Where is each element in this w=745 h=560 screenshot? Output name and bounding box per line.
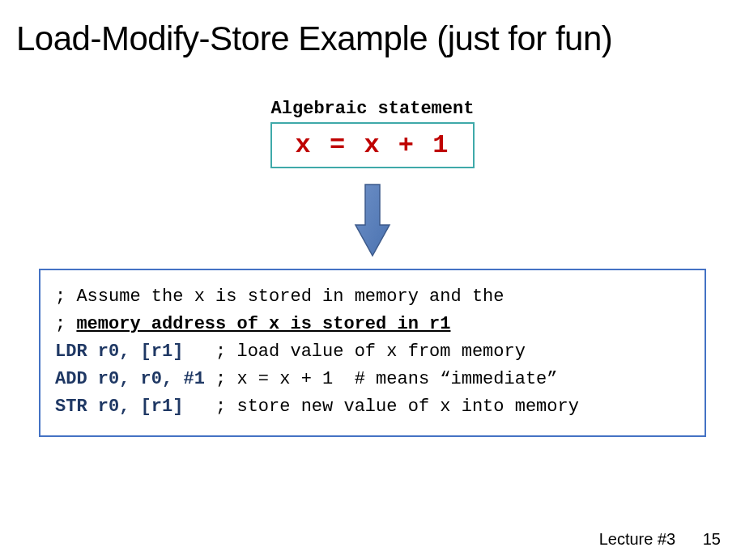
- arrow-down-icon: [0, 183, 745, 257]
- assembly-code-box: ; Assume the x is stored in memory and t…: [39, 269, 706, 437]
- instr-ldr: LDR r0, [r1]: [55, 342, 183, 362]
- code-comment-prefix: ;: [55, 314, 76, 334]
- slide-title: Load-Modify-Store Example (just for fun): [0, 0, 745, 68]
- instr-str: STR r0, [r1]: [55, 397, 183, 417]
- code-comment-line-2: ; memory address of x is stored in r1: [55, 311, 690, 338]
- slide-footer: Lecture #3 15: [599, 530, 721, 549]
- code-comment-underlined: memory address of x is stored in r1: [76, 314, 450, 334]
- instr-add-comment: ; x = x + 1 # means “immediate”: [205, 369, 558, 389]
- lecture-label: Lecture #3: [599, 530, 676, 548]
- code-instruction-ldr: LDR r0, [r1] ; load value of x from memo…: [55, 338, 690, 366]
- instr-str-comment: ; store new value of x into memory: [183, 397, 578, 417]
- instr-add: ADD r0, r0, #1: [55, 369, 205, 389]
- code-instruction-str: STR r0, [r1] ; store new value of x into…: [55, 393, 690, 421]
- equation-text: x = x + 1: [296, 130, 450, 160]
- page-number: 15: [703, 530, 721, 548]
- instr-ldr-comment: ; load value of x from memory: [183, 342, 525, 362]
- code-comment-line-1: ; Assume the x is stored in memory and t…: [55, 283, 690, 311]
- equation-box: x = x + 1: [270, 122, 475, 168]
- algebraic-statement-label: Algebraic statement: [0, 99, 745, 119]
- code-instruction-add: ADD r0, r0, #1 ; x = x + 1 # means “imme…: [55, 366, 690, 393]
